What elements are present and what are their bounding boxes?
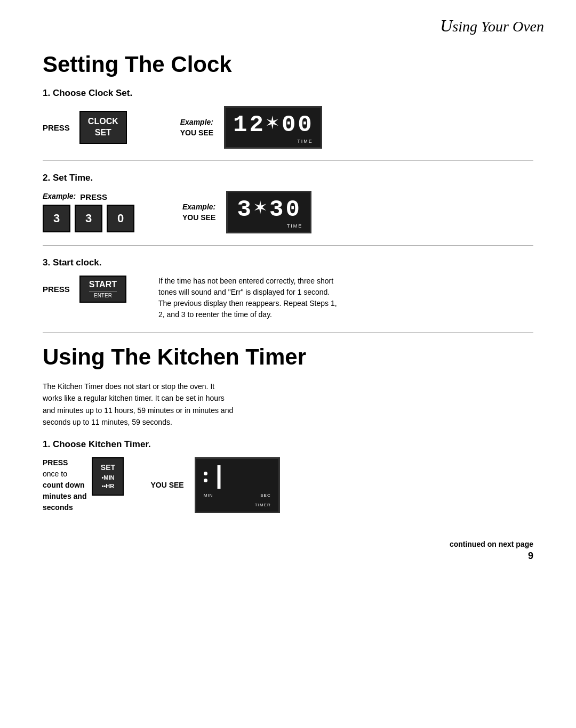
- d2-m2: 0: [286, 198, 301, 221]
- step3-section: 3. Start clock. PRESS START ENTER If the…: [43, 257, 533, 320]
- step2-btn-3a[interactable]: 3: [43, 205, 70, 232]
- d2-h1: 3: [237, 198, 252, 221]
- timer-bottom-timer-label: TIMER: [255, 503, 271, 507]
- step1-title: 1. Choose Clock Set.: [43, 88, 533, 99]
- d1-m2: 0: [298, 113, 313, 136]
- kitchen-timer-section: Using The Kitchen Timer The Kitchen Time…: [43, 344, 533, 562]
- step2-buttons: 3 3 0: [43, 205, 134, 232]
- step1-press-label: PRESS: [43, 123, 70, 132]
- kitchen-step1-press-text: PRESS once to count down minutes and sec…: [43, 457, 86, 513]
- d1-m1: 0: [282, 113, 297, 136]
- kitchen-press-detail2: minutes and: [43, 492, 86, 500]
- divider2: [43, 245, 533, 246]
- d1-h1: 1: [233, 113, 248, 136]
- step2-yousee-label: YOU SEE: [182, 213, 215, 222]
- timer-digit-block: |: [212, 463, 228, 491]
- page-header: Using Your Oven: [0, 0, 576, 41]
- kitchen-step1-yousee-group: YOU SEE | MIN: [150, 457, 279, 513]
- d2-m1: 3: [269, 198, 284, 221]
- step1-display-digits: 12✶00: [233, 113, 313, 136]
- step1-section: 1. Choose Clock Set. PRESS CLOCK SET Exa…: [43, 88, 533, 149]
- setting-clock-section: Setting The Clock 1. Choose Clock Set. P…: [43, 52, 533, 333]
- step2-section: 2. Set Time. Example: PRESS 3 3 0 Examp: [43, 173, 533, 233]
- kitchen-press-qualifier: once to: [43, 470, 67, 478]
- step1-yousee-label: YOU SEE: [180, 128, 213, 137]
- step2-btn-3b[interactable]: 3: [75, 205, 102, 232]
- kitchen-step1-display: | MIN SEC TIMER: [195, 457, 280, 513]
- divider1: [43, 160, 533, 161]
- step2-example-see-label: Example:: [182, 203, 215, 211]
- header-title-rest: sing Your Oven: [452, 18, 544, 35]
- header-title: Using Your Oven: [440, 18, 544, 35]
- set-timer-sub1: •MIN: [98, 474, 117, 482]
- timer-min-label: MIN: [204, 493, 213, 498]
- step2-press-row: Example: PRESS: [43, 192, 134, 201]
- step2-display: 3✶30 TIME: [226, 191, 311, 233]
- kitchen-step1-yousee-label: YOU SEE: [150, 481, 183, 489]
- kitchen-step1-press-group: PRESS once to count down minutes and sec…: [43, 457, 124, 513]
- step2-display-sub: TIME: [235, 223, 302, 229]
- divider3: [43, 332, 533, 333]
- kitchen-press-label: PRESS: [43, 458, 68, 467]
- step1-example-label: Example:: [180, 118, 213, 126]
- timer-digits-row: |: [204, 463, 271, 491]
- footer-area: continued on next page 9: [43, 529, 533, 562]
- step3-description: If the time has not been entered correct…: [158, 276, 340, 320]
- timer-seg-2: |: [212, 463, 228, 491]
- kitchen-step1-section: 1. Choose Kitchen Timer. PRESS once to c…: [43, 439, 533, 513]
- step2-example-col: Example: YOU SEE: [182, 203, 215, 222]
- kitchen-timer-title: Using The Kitchen Timer: [43, 344, 533, 370]
- kitchen-timer-intro: The Kitchen Timer does not start or stop…: [43, 381, 235, 428]
- set-timer-sub2: ••HR: [98, 482, 117, 490]
- timer-sec-label: SEC: [260, 493, 270, 498]
- timer-dots: [204, 472, 207, 482]
- step3-layout: PRESS START ENTER If the time has not be…: [43, 276, 533, 320]
- timer-bottom-row: MIN SEC: [204, 493, 271, 498]
- clock-set-button[interactable]: CLOCK SET: [79, 111, 127, 144]
- step2-press-label: PRESS: [80, 192, 107, 201]
- step2-title: 2. Set Time.: [43, 173, 533, 183]
- d1-h2: 2: [249, 113, 264, 136]
- start-button-main: START: [89, 280, 117, 289]
- kitchen-press-detail3: seconds: [43, 503, 73, 512]
- timer-label-row: TIMER: [204, 499, 271, 508]
- page-number: 9: [528, 551, 533, 562]
- kitchen-step1-layout: PRESS once to count down minutes and sec…: [43, 457, 533, 513]
- step3-title: 3. Start clock.: [43, 257, 533, 268]
- timer-dot-top: [204, 472, 207, 475]
- step2-btn-0[interactable]: 0: [107, 205, 134, 232]
- d1-colon: ✶: [266, 113, 280, 134]
- set-timer-main: SET: [98, 463, 117, 473]
- step1-display: 12✶00 TIME: [224, 106, 322, 149]
- step3-press-label: PRESS: [43, 285, 70, 294]
- step1-display-sub: TIME: [233, 139, 313, 144]
- step2-display-digits: 3✶30: [237, 198, 301, 221]
- step1-layout: PRESS CLOCK SET Example: YOU SEE 12✶00: [43, 106, 533, 149]
- kitchen-step1-title: 1. Choose Kitchen Timer.: [43, 439, 533, 450]
- kitchen-press-detail1: count down: [43, 481, 85, 489]
- continued-text: continued on next page: [450, 540, 533, 548]
- step2-press-group-wrapper: Example: PRESS 3 3 0: [43, 192, 134, 232]
- step1-press-group: PRESS CLOCK SET: [43, 111, 127, 144]
- timer-dot-bottom: [204, 479, 207, 482]
- main-content: Setting The Clock 1. Choose Clock Set. P…: [0, 41, 576, 583]
- header-u-letter: U: [440, 16, 452, 35]
- step2-layout: Example: PRESS 3 3 0 Example: YOU SEE: [43, 191, 533, 233]
- setting-clock-title: Setting The Clock: [43, 52, 533, 77]
- set-timer-button[interactable]: SET •MIN ••HR: [92, 457, 124, 496]
- start-button-sub: ENTER: [89, 291, 117, 298]
- d2-colon: ✶: [254, 198, 268, 219]
- step2-example-press-label: Example:: [43, 192, 76, 200]
- clock-set-line2: SET: [88, 127, 118, 139]
- step1-example-col: Example: YOU SEE: [180, 118, 213, 137]
- step3-press-group: PRESS START ENTER: [43, 276, 126, 303]
- clock-set-line1: CLOCK: [88, 116, 118, 127]
- start-button[interactable]: START ENTER: [79, 276, 126, 303]
